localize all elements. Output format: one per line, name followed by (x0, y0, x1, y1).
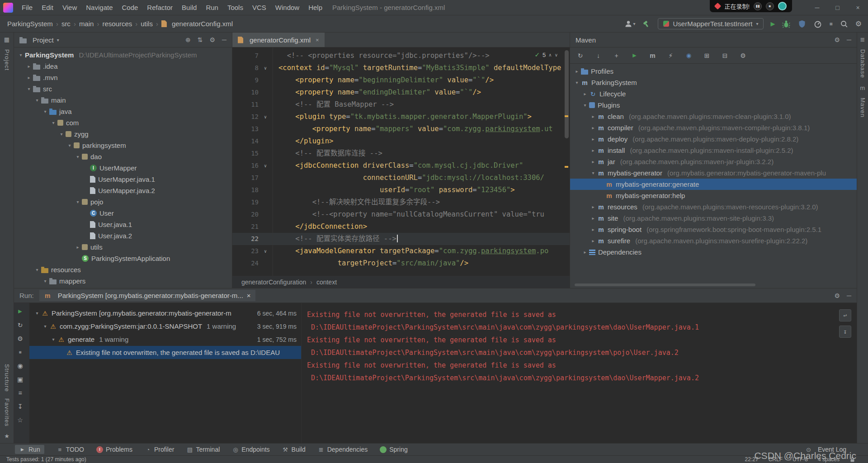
inspection-widget[interactable]: ✓ 5 ∧ ∨ (534, 51, 558, 58)
tree-expand-arrow[interactable]: ▾ (41, 324, 49, 329)
project-tree-row[interactable]: SParkingSystemApplication (14, 253, 232, 264)
tree-expand-arrow[interactable]: ▸ (589, 238, 597, 243)
project-tree-row[interactable]: CUser (14, 208, 232, 219)
maven-tree-row[interactable]: ▾mParkingSystem (570, 77, 857, 88)
breadcrumb-child[interactable]: context (316, 279, 337, 286)
eye-icon[interactable]: ◉ (16, 362, 24, 369)
tool-window-button-spring[interactable]: Spring (380, 445, 407, 454)
maven-tree-row[interactable]: ▸mdeploy (org.apache.maven.plugins:maven… (570, 133, 857, 145)
tree-expand-arrow[interactable]: ▾ (33, 267, 41, 272)
code-line[interactable]: 15 <!-- 配置数据库连接 --> (232, 147, 570, 160)
starline-icon[interactable]: ☆ (16, 416, 24, 424)
menu-item-vcs[interactable]: VCS (248, 3, 270, 12)
maven-tree-row[interactable]: ▸msurefire (org.apache.maven.plugins:mav… (570, 235, 857, 246)
menu-item-navigate[interactable]: Navigate (82, 3, 117, 12)
tree-expand-arrow[interactable]: ▾ (41, 109, 49, 114)
fold-marker-icon[interactable]: ∨ (259, 111, 272, 123)
code-line[interactable]: 10 <property name="endingDelimiter" valu… (232, 86, 570, 99)
tool-button-database[interactable]: Database (859, 49, 866, 78)
project-tree-row[interactable]: ▾java (14, 106, 232, 117)
database-icon[interactable]: ≣ (860, 36, 865, 43)
project-tree-row[interactable]: ▾main (14, 94, 232, 106)
menu-item-help[interactable]: Help (304, 3, 326, 12)
project-tool-icon[interactable]: ▦ (4, 36, 9, 43)
tree-expand-arrow[interactable]: ▾ (49, 337, 57, 342)
code-line[interactable]: 13 <property name="mappers" value="com.z… (232, 123, 570, 135)
maven-tree-row[interactable]: mmybatis-generator:generate (570, 179, 857, 190)
menu-item-tools[interactable]: Tools (223, 3, 247, 12)
run-button[interactable]: ▶ (770, 20, 775, 27)
gear-icon[interactable]: ⚙ (835, 292, 840, 299)
tree-expand-arrow[interactable]: ▸ (589, 204, 597, 209)
m-icon[interactable]: m (649, 52, 656, 59)
tool-window-button-problems[interactable]: !Problems (96, 445, 132, 454)
wrench-icon[interactable]: ⚙ (16, 335, 24, 342)
run-tree-row[interactable]: ▾⚠com.zygg:ParkingSystem:jar:0.0.1-SNAPS… (29, 320, 301, 333)
menu-item-window[interactable]: Window (271, 3, 303, 12)
breadcrumb-item[interactable]: generatorConfig.xml (172, 20, 233, 28)
project-tree-row[interactable]: ▾src (14, 83, 232, 94)
maven-tree-row[interactable]: ▸mresources (org.apache.maven.plugins:ma… (570, 201, 857, 213)
code-line[interactable]: 9 <property name="beginningDelimiter" va… (232, 74, 570, 86)
project-tree-row[interactable]: ▾parkingsystem (14, 140, 232, 151)
tool-window-button-dependencies[interactable]: ≣Dependencies (318, 445, 368, 454)
maven-tree-row[interactable]: ▸msite (org.apache.maven.plugins:maven-s… (570, 213, 857, 224)
tree-expand-arrow[interactable]: ▾ (581, 103, 589, 108)
tree-expand-arrow[interactable]: ▸ (74, 245, 82, 250)
locate-file-icon[interactable]: ⊕ (185, 36, 191, 43)
tree-expand-arrow[interactable]: ▾ (74, 199, 82, 204)
fold-marker-icon[interactable]: ∨ (259, 245, 272, 257)
code-line[interactable]: 24 targetProject="src/main/java"/> (232, 257, 570, 269)
tool-button-favorites[interactable]: Favorites (4, 398, 10, 426)
code-line[interactable]: 14 </plugin> (232, 135, 570, 147)
tree-expand-arrow[interactable]: ▸ (25, 64, 33, 69)
maven-tree-row[interactable]: ▸minstall (org.apache.maven.plugins:mave… (570, 145, 857, 156)
tree-expand-arrow[interactable]: ▸ (589, 114, 597, 119)
tool-window-button-endpoints[interactable]: ◎Endpoints (232, 445, 269, 454)
stop-button[interactable]: ■ (829, 21, 832, 27)
menu-item-edit[interactable]: Edit (38, 3, 57, 12)
settings-gear-icon[interactable]: ⚙ (855, 19, 862, 28)
run-tree-row[interactable]: ⚠Existing file not overwritten, the gene… (29, 346, 301, 359)
expand-icon[interactable]: ⊞ (703, 52, 711, 59)
code-line[interactable]: 11 <!-- 配置 BaseMapper --> (232, 99, 570, 111)
code-line[interactable]: 23∨ <javaModelGenerator targetPackage="c… (232, 245, 570, 257)
status-message[interactable]: Tests passed: 1 (27 minutes ago) (6, 456, 86, 463)
fold-marker-icon[interactable]: ∨ (259, 160, 272, 172)
tree-expand-arrow[interactable]: ▾ (573, 80, 581, 85)
gear-icon[interactable]: ⚙ (210, 36, 216, 43)
maximize-button[interactable]: □ (827, 0, 848, 15)
soft-wrap-icon[interactable]: ↩ (839, 309, 851, 321)
stopgray-icon[interactable]: ■ (16, 348, 24, 356)
tree-expand-arrow[interactable]: ▾ (49, 120, 57, 125)
warning-stripe-mark[interactable] (565, 166, 568, 168)
project-tree-row[interactable]: ▸.idea (14, 61, 232, 72)
tree-expand-arrow[interactable]: ▾ (33, 98, 41, 103)
project-tree-row[interactable]: ▸.mvn (14, 72, 232, 83)
tree-expand-arrow[interactable]: ▸ (589, 216, 597, 221)
hide-panel-icon[interactable]: ─ (847, 292, 851, 299)
code-line[interactable]: 17 connectionURL="jdbc:mysql://localhost… (232, 172, 570, 184)
refresh-icon[interactable]: ↻ (16, 321, 24, 329)
project-tree-row[interactable]: ▾resources (14, 264, 232, 275)
run-tab[interactable]: m ParkingSystem [org.mybatis.generator:m… (39, 290, 255, 301)
code-line[interactable]: 21 </jdbcConnection> (232, 221, 570, 233)
warning-stripe-mark[interactable] (565, 115, 568, 117)
tree-expand-arrow[interactable]: ▾ (66, 143, 74, 148)
tree-expand-arrow[interactable]: ▾ (41, 279, 49, 283)
breadcrumb-item[interactable]: ParkingSystem (7, 20, 53, 28)
search-icon[interactable] (840, 19, 849, 28)
editor-tab-generatorconfig[interactable]: generatorConfig.xml × (232, 33, 325, 47)
minimize-button[interactable]: ─ (807, 0, 827, 15)
collapse-all-icon[interactable]: ⇅ (198, 36, 203, 43)
project-tree-row[interactable]: ▾dao (14, 151, 232, 162)
menu-item-refactor[interactable]: Refactor (143, 3, 177, 12)
breadcrumb-root[interactable]: generatorConfiguration (241, 279, 306, 286)
project-tree-row[interactable]: UserMapper.java.1 (14, 174, 232, 185)
tree-expand-arrow[interactable]: ▾ (25, 86, 33, 91)
playgreen-icon[interactable]: ▶ (631, 52, 638, 59)
code-line[interactable]: 19 <!--解决映射文件出现重复多余字段--> (232, 196, 570, 208)
camera-icon[interactable]: ▣ (16, 375, 24, 383)
maven-tree-row[interactable]: ▸mspring-boot (org.springframework.boot:… (570, 224, 857, 235)
fold-marker-icon[interactable]: ∨ (259, 62, 272, 74)
